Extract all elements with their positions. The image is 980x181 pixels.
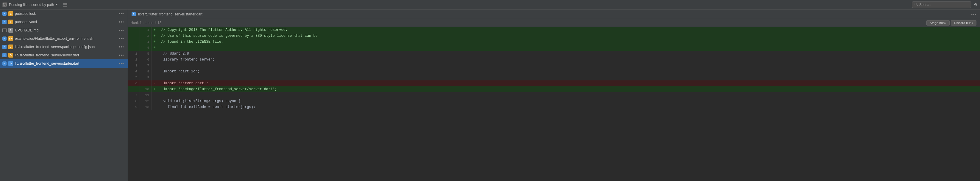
line-code: import 'dart:io'; — [157, 69, 980, 74]
file-name: example/ios/Flutter/flutter_export_envir… — [15, 36, 118, 41]
diff-line: 1+ // Copyright 2013 The Flutter Authors… — [128, 27, 980, 33]
line-num-new: 11 — [140, 92, 152, 98]
file-item[interactable]: ✓Jlib/src/flutter_frontend_server/packag… — [0, 43, 128, 51]
check-mark: ✓ — [3, 12, 6, 15]
file-item[interactable]: ✓Ypubspec.yaml••• — [0, 18, 128, 26]
file-checkbox[interactable]: ✓ — [2, 11, 6, 16]
file-name: lib/src/flutter_frontend_server/package_… — [15, 45, 118, 49]
line-num-old — [128, 33, 140, 39]
line-num-new — [140, 80, 152, 87]
file-name: pubspec.lock — [15, 11, 118, 16]
file-more-btn[interactable]: ••• — [118, 61, 125, 66]
line-marker — [152, 57, 157, 63]
file-checkbox[interactable]: ✓ — [2, 45, 6, 49]
line-code — [157, 63, 980, 69]
line-marker: + — [152, 87, 157, 92]
line-num-new: 3 — [140, 39, 152, 45]
list-view-toggle[interactable] — [62, 2, 68, 7]
line-num-old — [128, 39, 140, 45]
line-code — [157, 45, 980, 51]
line-num-old: 8 — [128, 98, 140, 104]
main-layout: ✓Lpubspec.lock•••✓Ypubspec.yaml•••?UPGRA… — [0, 9, 980, 181]
file-checkbox[interactable]: ✓ — [2, 20, 6, 24]
check-mark: ✓ — [3, 20, 6, 24]
search-icon — [915, 3, 918, 6]
hunk-actions: Stage hunk Discard hunk — [926, 20, 977, 25]
file-panel: ✓Lpubspec.lock•••✓Ypubspec.yaml•••?UPGRA… — [0, 9, 128, 181]
diff-line: 2+ // Use of this source code is governe… — [128, 33, 980, 39]
line-num-new: 4 — [140, 45, 152, 51]
sort-label: Pending files, sorted by path — [9, 3, 54, 7]
file-item[interactable]: ✓SHexample/ios/Flutter/flutter_export_en… — [0, 35, 128, 43]
diff-file-path: lib/src/flutter_frontend_server/starter.… — [138, 12, 971, 16]
line-num-old — [128, 45, 140, 51]
pending-files-icon — [2, 2, 7, 7]
file-item[interactable]: ✓Dlib/src/flutter_frontend_server/server… — [0, 51, 128, 59]
diff-line: 15 // @dart=2.8 — [128, 51, 980, 57]
diff-line: 48 import 'dart:io'; — [128, 69, 980, 74]
file-checkbox[interactable]: ✓ — [2, 36, 6, 41]
line-num-old: 7 — [128, 92, 140, 98]
stage-hunk-button[interactable]: Stage hunk — [926, 20, 950, 25]
line-num-new: 12 — [140, 98, 152, 104]
line-code: // Copyright 2013 The Flutter Authors. A… — [157, 27, 980, 33]
svg-line-5 — [917, 5, 918, 6]
sort-dropdown[interactable]: Pending files, sorted by path — [9, 3, 58, 7]
file-type-icon: D — [8, 53, 13, 58]
line-marker: + — [152, 39, 157, 45]
file-name: pubspec.yaml — [15, 20, 118, 24]
diff-header: D lib/src/flutter_frontend_server/starte… — [128, 9, 980, 19]
line-marker — [152, 51, 157, 57]
diff-panel: D lib/src/flutter_frontend_server/starte… — [128, 9, 980, 181]
line-code — [157, 74, 980, 80]
line-code: // found in the LICENSE file. — [157, 39, 980, 45]
line-num-old: 5 — [128, 74, 140, 80]
hunk-title: Hunk 1 : Lines 1-13 — [130, 21, 161, 25]
discard-hunk-button[interactable]: Discard hunk — [951, 20, 977, 25]
diff-more-btn[interactable]: ••• — [971, 12, 977, 17]
gear-icon[interactable]: ⚙ — [974, 2, 978, 7]
file-item[interactable]: ?UPGRADE.md••• — [0, 26, 128, 35]
file-name: UPGRADE.md — [15, 28, 118, 32]
file-type-icon: D — [8, 61, 13, 66]
line-marker — [152, 74, 157, 80]
line-code: import 'server.dart'; — [157, 80, 980, 87]
diff-line: 59 — [128, 74, 980, 80]
diff-line: 812 void main(List<String> args) async { — [128, 98, 980, 104]
check-mark: ✓ — [3, 54, 6, 57]
line-num-old: 6 — [128, 80, 140, 87]
file-item[interactable]: ✓Dlib/src/flutter_frontend_server/starte… — [0, 59, 128, 68]
diff-line: 37 — [128, 63, 980, 69]
file-checkbox[interactable] — [2, 28, 6, 32]
line-marker — [152, 98, 157, 104]
top-bar-left: Pending files, sorted by path — [2, 2, 912, 7]
file-more-btn[interactable]: ••• — [118, 44, 125, 49]
file-item[interactable]: ✓Lpubspec.lock••• — [0, 9, 128, 18]
diff-line: 4+ — [128, 45, 980, 51]
line-marker — [152, 104, 157, 110]
file-more-btn[interactable]: ••• — [118, 20, 125, 24]
diff-line: 913 final int exitCode = await starter(a… — [128, 104, 980, 110]
diff-file-icon: D — [132, 12, 136, 16]
file-more-btn[interactable]: ••• — [118, 53, 125, 58]
file-more-btn[interactable]: ••• — [118, 36, 125, 41]
line-marker: + — [152, 45, 157, 51]
line-num-new: 8 — [140, 69, 152, 74]
file-checkbox[interactable]: ✓ — [2, 61, 6, 66]
file-more-btn[interactable]: ••• — [118, 11, 125, 16]
line-marker — [152, 92, 157, 98]
file-type-icon: ? — [8, 28, 13, 33]
svg-point-4 — [915, 3, 917, 5]
file-checkbox[interactable]: ✓ — [2, 53, 6, 57]
file-more-btn[interactable]: ••• — [118, 28, 125, 33]
file-list: ✓Lpubspec.lock•••✓Ypubspec.yaml•••?UPGRA… — [0, 9, 128, 68]
line-num-new: 2 — [140, 33, 152, 39]
line-num-new: 9 — [140, 74, 152, 80]
line-marker — [152, 63, 157, 69]
line-num-old: 2 — [128, 57, 140, 63]
file-name: lib/src/flutter_frontend_server/server.d… — [15, 53, 118, 57]
line-num-old: 1 — [128, 51, 140, 57]
file-type-icon: Y — [8, 20, 13, 24]
line-code: import 'package:flutter_frontend_server/… — [157, 87, 980, 92]
search-box[interactable]: Search — [912, 2, 971, 8]
